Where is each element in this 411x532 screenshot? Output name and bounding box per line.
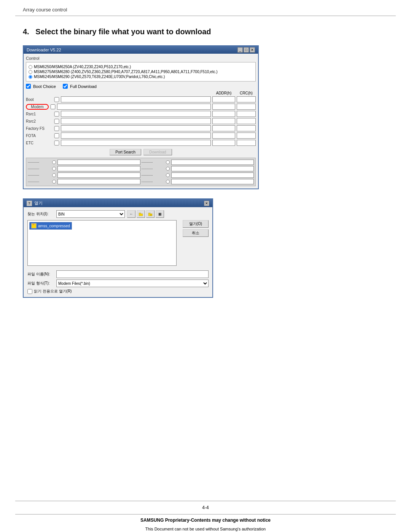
field-crc-modem[interactable] bbox=[237, 104, 256, 110]
port-dashes-8: ---------- bbox=[142, 180, 164, 184]
port-input-6[interactable] bbox=[171, 166, 254, 171]
field-checkbox-modem[interactable] bbox=[50, 104, 56, 109]
filename-label: 파일 이름(N): bbox=[27, 272, 54, 277]
field-crc-etc[interactable] bbox=[237, 140, 256, 146]
field-checkbox-boot[interactable] bbox=[54, 97, 59, 102]
port-row-6: ---------- bbox=[142, 166, 254, 171]
field-checkbox-rsrc1[interactable] bbox=[54, 112, 59, 117]
port-row-2: ---------- bbox=[28, 166, 140, 171]
page-number: 4-4 bbox=[0, 501, 411, 514]
new-folder-button[interactable]: + bbox=[146, 210, 155, 218]
field-crc-rsrc1[interactable] bbox=[237, 111, 256, 117]
port-input-4[interactable] bbox=[57, 179, 140, 184]
field-crc-fota[interactable] bbox=[237, 133, 256, 139]
field-addr-boot[interactable] bbox=[212, 96, 235, 102]
port-row-4: ---------- bbox=[28, 179, 140, 184]
file-item-amss[interactable]: amss_compressed bbox=[29, 222, 72, 230]
readonly-label: 읽기 전용으로 열기(R) bbox=[34, 289, 72, 294]
field-input-rsrc1[interactable] bbox=[61, 111, 211, 117]
open-cancel-button[interactable]: 취소 bbox=[183, 229, 209, 237]
field-addr-rsrc2[interactable] bbox=[212, 118, 235, 124]
full-download-checkbox[interactable] bbox=[63, 84, 68, 89]
port-row-8: ---------- bbox=[142, 179, 254, 184]
close-button[interactable]: ✕ bbox=[250, 47, 255, 53]
port-radio-6[interactable] bbox=[166, 167, 170, 171]
footer-main-text: SAMSUNG Proprietary-Contents may change … bbox=[0, 514, 411, 526]
field-checkbox-fota[interactable] bbox=[54, 133, 59, 138]
port-input-5[interactable] bbox=[171, 160, 254, 165]
port-input-8[interactable] bbox=[171, 179, 254, 184]
port-dashes-3: ---------- bbox=[28, 173, 51, 177]
location-label: 찾는 위치(I): bbox=[27, 211, 54, 217]
svg-text:+: + bbox=[150, 214, 152, 216]
port-input-2[interactable] bbox=[57, 166, 140, 171]
device-radio-3[interactable] bbox=[29, 75, 32, 79]
device-radio-1[interactable] bbox=[29, 65, 32, 69]
control-label: Control bbox=[26, 56, 256, 61]
port-row-7: ---------- bbox=[142, 173, 254, 178]
field-checkbox-etc[interactable] bbox=[54, 141, 59, 145]
section-title: Select the binary file what you want to … bbox=[35, 27, 211, 36]
field-input-factory[interactable] bbox=[61, 125, 211, 131]
field-crc-rsrc2[interactable] bbox=[237, 118, 256, 124]
dialog-close-button[interactable]: ✕ bbox=[204, 201, 209, 206]
port-dashes-7: ---------- bbox=[142, 173, 164, 177]
field-addr-fota[interactable] bbox=[212, 133, 235, 139]
port-grid: ---------- ---------- ---------- bbox=[26, 158, 256, 186]
field-addr-modem[interactable] bbox=[212, 104, 235, 110]
field-input-etc[interactable] bbox=[61, 140, 211, 146]
device-radio-2[interactable] bbox=[29, 70, 32, 74]
up-folder-button[interactable] bbox=[137, 210, 145, 218]
port-row-1: ---------- bbox=[28, 160, 140, 165]
open-ok-button[interactable]: 열기(O) bbox=[183, 220, 209, 228]
port-radio-2[interactable] bbox=[52, 167, 56, 171]
full-download-label: Full Download bbox=[70, 84, 97, 89]
download-button[interactable]: Download bbox=[143, 149, 172, 155]
minimize-button[interactable]: _ bbox=[237, 47, 243, 53]
downloader-titlebar: Downloader V5.22 _ □ ✕ bbox=[24, 46, 258, 54]
field-crc-factory[interactable] bbox=[237, 125, 256, 131]
field-addr-etc[interactable] bbox=[212, 140, 235, 146]
port-row-3: ---------- bbox=[28, 173, 140, 178]
port-input-7[interactable] bbox=[171, 173, 254, 178]
field-input-rsrc2[interactable] bbox=[61, 118, 211, 124]
field-input-boot[interactable] bbox=[61, 96, 211, 102]
port-radio-7[interactable] bbox=[166, 173, 170, 177]
file-icon bbox=[31, 223, 37, 228]
view-button[interactable]: ▦ bbox=[156, 210, 164, 218]
field-checkbox-factory[interactable] bbox=[54, 126, 59, 131]
port-radio-5[interactable] bbox=[166, 160, 170, 164]
folder-select[interactable]: BIN bbox=[56, 210, 125, 218]
port-input-1[interactable] bbox=[57, 160, 140, 165]
field-row-modem: Modem bbox=[26, 104, 256, 110]
field-addr-factory[interactable] bbox=[212, 125, 235, 131]
filetype-select[interactable]: Modem Files(*.bin) bbox=[56, 280, 209, 287]
field-input-modem[interactable] bbox=[57, 104, 211, 110]
filename-input[interactable] bbox=[56, 270, 209, 278]
field-addr-rsrc1[interactable] bbox=[212, 111, 235, 117]
port-radio-8[interactable] bbox=[166, 180, 170, 184]
boot-choice-checkbox[interactable] bbox=[26, 84, 31, 89]
svg-rect-1 bbox=[139, 213, 141, 214]
port-radio-1[interactable] bbox=[52, 160, 56, 164]
boot-choice-label: Boot Choice bbox=[33, 84, 56, 89]
footer-sub-text: This Document can not be used without Sa… bbox=[0, 526, 411, 532]
crc-header: CRC(h) bbox=[237, 91, 256, 95]
field-checkbox-rsrc2[interactable] bbox=[54, 119, 59, 124]
port-radio-3[interactable] bbox=[52, 173, 56, 177]
field-input-fota[interactable] bbox=[61, 133, 211, 139]
maximize-button[interactable]: □ bbox=[244, 47, 249, 53]
open-dialog: ? 열기 ✕ 찾는 위치(I): BIN ← bbox=[23, 198, 213, 298]
field-row-factory: Factory FS bbox=[26, 125, 256, 131]
port-radio-4[interactable] bbox=[52, 180, 56, 184]
section-number: 4. bbox=[23, 27, 29, 36]
file-browser-area: amss_compressed bbox=[27, 220, 177, 266]
port-dashes-5: ---------- bbox=[142, 160, 164, 164]
readonly-checkbox[interactable] bbox=[27, 289, 32, 294]
field-crc-boot[interactable] bbox=[237, 96, 256, 102]
port-search-button[interactable]: Port Search bbox=[110, 149, 141, 155]
device-radio-group: MSM6250/MSM6250A (ZV40,Z230,Z240,P510,Z1… bbox=[26, 62, 256, 81]
device-option-2: MSM6275/MSM6280 (Z400,ZV50,Z360,Z580,P94… bbox=[34, 70, 218, 74]
port-input-3[interactable] bbox=[57, 173, 140, 178]
back-button[interactable]: ← bbox=[127, 210, 135, 218]
